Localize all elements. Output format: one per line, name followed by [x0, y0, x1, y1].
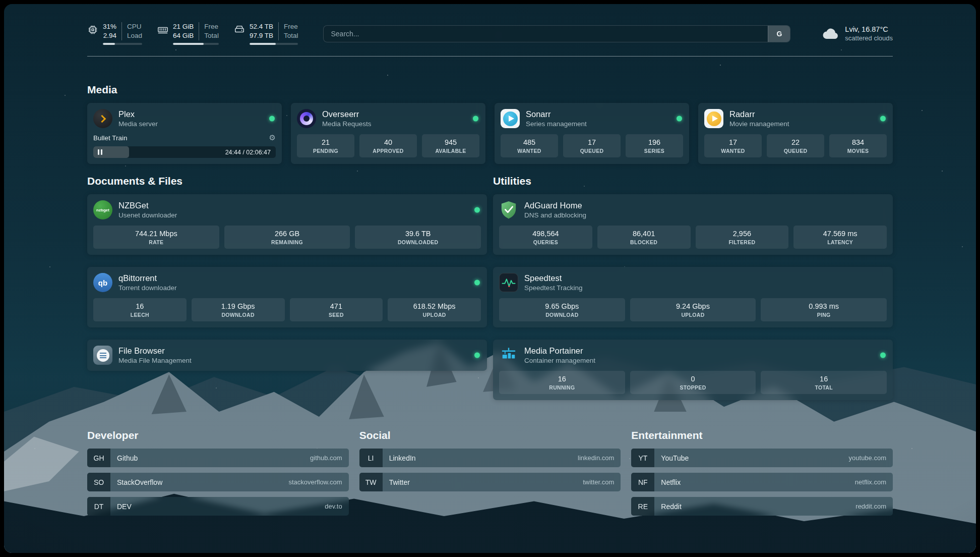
- disk-icon: [234, 24, 245, 35]
- section-utilities: Utilities: [493, 175, 893, 400]
- portainer-icon: [499, 346, 518, 365]
- bookmark-abbr: YT: [631, 449, 654, 467]
- bookmark-name: YouTube: [661, 454, 689, 462]
- search-bar[interactable]: G: [323, 25, 790, 42]
- bookmark-linkedin[interactable]: LI LinkedIn linkedin.com: [359, 449, 621, 467]
- bookmark-twitter[interactable]: TW Twitter twitter.com: [359, 473, 621, 491]
- memory-labels: Free Total: [199, 22, 219, 40]
- stat-wanted: 485 WANTED: [501, 134, 558, 157]
- stat-download: 9.65 Gbps DOWNLOAD: [499, 298, 625, 321]
- search-input[interactable]: [324, 26, 768, 42]
- section-title-media: Media: [87, 84, 893, 96]
- status-dot: [880, 116, 886, 122]
- bookmark-domain: stackoverflow.com: [288, 478, 342, 486]
- status-dot: [474, 353, 480, 358]
- service-subtitle: Container management: [524, 357, 595, 364]
- bookmark-domain: dev.to: [325, 503, 342, 510]
- bookmark-netflix[interactable]: NF Netflix netflix.com: [631, 473, 893, 491]
- weather-condition: scattered clouds: [845, 34, 893, 42]
- disk-widget: 52.4 TB 97.9 TB Free Total: [234, 22, 298, 45]
- service-subtitle: Movie management: [729, 120, 789, 128]
- service-card-adguard[interactable]: AdGuard Home DNS and adblocking 498,564 …: [493, 194, 893, 255]
- stat-filtered: 2,956 FILTERED: [696, 226, 789, 249]
- nzbget-icon: nzbget: [93, 200, 112, 219]
- service-title: qBittorrent: [118, 273, 177, 283]
- bookmark-dev[interactable]: DT DEV dev.to: [87, 497, 349, 516]
- bookmark-domain: linkedin.com: [578, 454, 614, 462]
- stat-total: 16 TOTAL: [761, 371, 887, 394]
- bookmark-name: DEV: [117, 503, 132, 511]
- playback-time: 24:44 / 02:06:47: [225, 149, 271, 156]
- section-title-developer: Developer: [87, 429, 349, 441]
- service-card-speedtest[interactable]: Speedtest Speedtest Tracking 9.65 Gbps D…: [493, 267, 893, 327]
- service-card-plex[interactable]: Plex Media server Bullet Train ⚙ 24:44 /…: [87, 103, 282, 164]
- search-provider-button[interactable]: G: [768, 26, 790, 42]
- stat-download: 1.19 Gbps DOWNLOAD: [192, 298, 285, 321]
- service-card-qbittorrent[interactable]: qb qBittorrent Torrent downloader 16 LEE…: [87, 267, 487, 327]
- bookmark-abbr: TW: [359, 473, 383, 491]
- status-dot: [269, 116, 275, 122]
- bookmark-github[interactable]: GH Github github.com: [87, 449, 349, 467]
- service-card-filebrowser[interactable]: File Browser Media File Management: [87, 340, 487, 371]
- status-dot: [880, 353, 886, 358]
- bookmark-abbr: LI: [359, 449, 383, 467]
- status-dot: [677, 116, 682, 122]
- stat-upload: 618.52 Mbps UPLOAD: [388, 298, 481, 321]
- stat-leech: 16 LEECH: [93, 298, 187, 321]
- status-dot: [473, 116, 478, 122]
- now-playing-title: Bullet Train: [93, 134, 128, 142]
- service-subtitle: Media Requests: [322, 120, 372, 128]
- service-card-sonarr[interactable]: Sonarr Series management 485 WANTED 17 Q…: [495, 103, 689, 164]
- bookmark-domain: youtube.com: [849, 454, 886, 462]
- bookmark-name: Github: [117, 454, 138, 462]
- qbittorrent-icon: qb: [93, 273, 112, 292]
- section-media: Media Plex Media server Bullet Train: [87, 84, 893, 164]
- service-card-nzbget[interactable]: nzbget NZBGet Usenet downloader 744.21 M…: [87, 194, 487, 255]
- radarr-icon: [704, 109, 723, 128]
- bookmark-name: StackOverflow: [117, 478, 162, 486]
- service-card-portainer[interactable]: Media Portainer Container management 16 …: [493, 340, 893, 400]
- cpu-usage-bar: [103, 43, 142, 45]
- section-documents: Documents & Files nzbget NZBGet Usenet d…: [87, 175, 487, 400]
- bookmark-abbr: GH: [87, 449, 110, 467]
- bookmark-name: Twitter: [389, 478, 410, 486]
- playback-progress-bar[interactable]: 24:44 / 02:06:47: [93, 146, 276, 158]
- service-subtitle: DNS and adblocking: [524, 211, 586, 219]
- stat-approved: 40 APPROVED: [359, 134, 417, 157]
- pause-icon[interactable]: [98, 149, 102, 155]
- gear-icon[interactable]: ⚙: [269, 133, 276, 142]
- disk-usage-bar: [250, 43, 298, 45]
- service-card-overseerr[interactable]: Overseerr Media Requests 21 PENDING 40 A…: [291, 103, 485, 164]
- plex-icon: [93, 109, 112, 128]
- bookmark-name: LinkedIn: [389, 454, 416, 462]
- service-subtitle: Series management: [526, 120, 587, 128]
- stat-queued: 22 QUEUED: [767, 134, 824, 157]
- service-subtitle: Media server: [118, 120, 158, 128]
- header-divider: [87, 56, 893, 57]
- bookmark-group-entertainment: Entertainment YT YouTube youtube.com NF …: [631, 429, 893, 521]
- weather-widget: Lviv, 16.87°C scattered clouds: [822, 25, 893, 42]
- memory-usage-bar: [173, 43, 219, 45]
- bookmark-youtube[interactable]: YT YouTube youtube.com: [631, 449, 893, 467]
- disk-labels: Free Total: [279, 22, 298, 40]
- snow-particles: [4, 4, 5, 5]
- adguard-icon: [499, 200, 518, 219]
- memory-widget: 21 GiB 64 GiB Free Total: [157, 22, 219, 45]
- cpu-widget: 31% 2.94 CPU Load: [87, 22, 142, 45]
- service-card-radarr[interactable]: Radarr Movie management 17 WANTED 22 QUE…: [698, 103, 893, 164]
- dashboard-screen: 31% 2.94 CPU Load: [4, 4, 976, 553]
- section-title-social: Social: [359, 429, 621, 441]
- bookmark-stackoverflow[interactable]: SO StackOverflow stackoverflow.com: [87, 473, 349, 491]
- service-title: NZBGet: [118, 201, 177, 210]
- weather-location-temp: Lviv, 16.87°C: [845, 25, 893, 33]
- bookmark-reddit[interactable]: RE Reddit reddit.com: [631, 497, 893, 516]
- cpu-labels: CPU Load: [122, 22, 142, 40]
- header: 31% 2.94 CPU Load: [87, 4, 893, 45]
- status-dot: [474, 207, 480, 213]
- cpu-icon: [87, 24, 98, 35]
- bookmark-domain: twitter.com: [583, 478, 614, 486]
- bookmark-abbr: RE: [631, 497, 654, 516]
- stat-running: 16 RUNNING: [499, 371, 625, 394]
- cloud-icon: [822, 27, 840, 41]
- stat-remaining: 266 GB REMAINING: [224, 226, 350, 249]
